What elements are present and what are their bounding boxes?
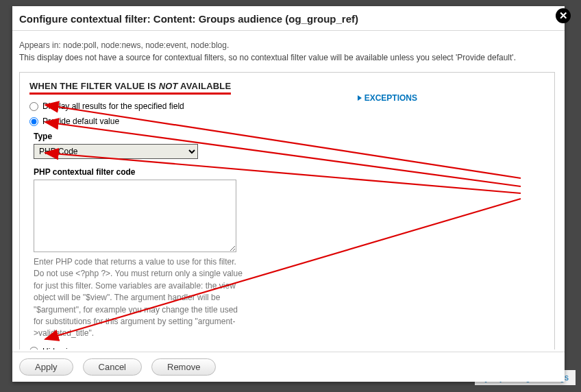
php-code-textarea[interactable]: [34, 180, 236, 252]
radio-display-all[interactable]: [29, 102, 38, 111]
modal-footer: Apply Cancel Remove: [12, 352, 565, 382]
modal-body: Appears in: node:poll, node:news, node:e…: [12, 31, 565, 350]
remove-button[interactable]: Remove: [151, 358, 216, 376]
option-display-all[interactable]: Display all results for the specified fi…: [29, 101, 545, 111]
close-icon[interactable]: ✕: [556, 8, 571, 23]
appears-in-text: Appears in: node:poll, node:news, node:e…: [19, 40, 555, 50]
php-code-label: PHP contextual filter code: [34, 167, 545, 177]
option-provide-default[interactable]: Provide default value: [29, 117, 545, 126]
exceptions-toggle[interactable]: EXCEPTIONS: [358, 93, 417, 103]
apply-button[interactable]: Apply: [19, 358, 73, 376]
type-select[interactable]: PHP Code: [34, 144, 198, 159]
radio-hide-view[interactable]: [29, 347, 38, 350]
option-hide-view[interactable]: Hide view: [29, 347, 545, 350]
radio-provide-default-label[interactable]: Provide default value: [42, 117, 119, 126]
section-heading: WHEN THE FILTER VALUE IS NOT AVAILABLE: [29, 81, 231, 95]
php-help-text: Enter PHP code that returns a value to u…: [34, 256, 246, 340]
cancel-button[interactable]: Cancel: [83, 358, 142, 376]
default-value-block: Type PHP Code PHP contextual filter code…: [34, 132, 545, 340]
no-source-note: This display does not have a source for …: [19, 53, 555, 62]
radio-display-all-label[interactable]: Display all results for the specified fi…: [42, 101, 184, 111]
radio-provide-default[interactable]: [29, 117, 38, 126]
modal-title: Configure contextual filter: Content: Gr…: [12, 6, 565, 31]
chevron-right-icon: [358, 95, 362, 101]
type-label: Type: [34, 132, 545, 141]
radio-hide-view-label[interactable]: Hide view: [42, 347, 78, 350]
modal-dialog: ✕ Configure contextual filter: Content: …: [12, 6, 565, 382]
filter-config-box: WHEN THE FILTER VALUE IS NOT AVAILABLE E…: [19, 72, 555, 350]
